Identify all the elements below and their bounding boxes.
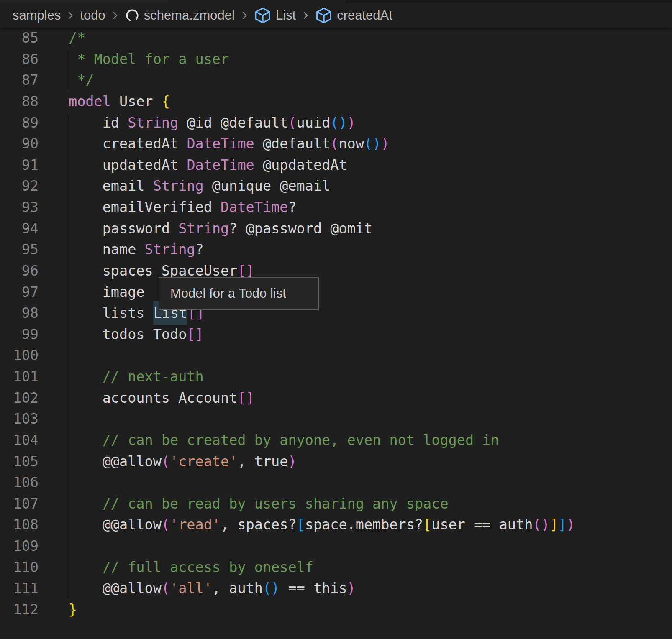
code-token: @id @default	[178, 115, 288, 131]
line-number[interactable]: 94	[0, 218, 38, 240]
line-number[interactable]: 93	[0, 197, 38, 218]
line-number[interactable]: 100	[0, 345, 38, 366]
breadcrumb-item-symbol-createdat[interactable]: createdAt	[315, 7, 392, 24]
line-number[interactable]: 110	[0, 557, 38, 578]
breadcrumb-label: samples	[13, 8, 61, 23]
code-line[interactable]: 98 lists List[]	[0, 303, 672, 324]
code-line[interactable]: 109	[0, 536, 672, 557]
code-token: accounts Account	[69, 390, 237, 406]
code-token: updatedAt	[69, 157, 187, 173]
code-text: @@allow('all', auth() == this)	[38, 578, 356, 599]
code-token: @@allow	[69, 580, 162, 596]
code-line[interactable]: 108 @@allow('read', spaces?[space.member…	[0, 514, 672, 536]
line-number[interactable]: 104	[0, 430, 38, 451]
code-token: DateTime	[187, 135, 254, 152]
code-line[interactable]: 111 @@allow('all', auth() == this)	[0, 578, 672, 599]
code-line[interactable]: 89 id String @id @default(uuid())	[0, 112, 672, 134]
code-text: */	[38, 70, 94, 91]
code-token: (	[288, 115, 296, 131]
code-line[interactable]: 93 emailVerified DateTime?	[0, 197, 672, 218]
code-token: (	[162, 580, 170, 596]
line-number[interactable]: 89	[0, 112, 38, 134]
code-line[interactable]: 107 // can be read by users sharing any …	[0, 493, 672, 515]
code-token: )	[339, 115, 347, 131]
indent-guide	[69, 49, 69, 91]
code-line[interactable]: 91 updatedAt DateTime @updatedAt	[0, 155, 672, 176]
code-token: password	[69, 220, 178, 237]
code-text: @@allow('create', true)	[38, 451, 297, 473]
code-token: (	[263, 580, 271, 596]
code-token: // next-auth	[69, 368, 204, 385]
code-token: lists	[69, 305, 153, 321]
line-number[interactable]: 109	[0, 536, 38, 557]
code-token: )	[372, 135, 381, 152]
code-line[interactable]: 105 @@allow('create', true)	[0, 451, 672, 473]
code-text: createdAt DateTime @default(now())	[38, 133, 389, 155]
line-number[interactable]: 106	[0, 472, 38, 493]
line-number[interactable]: 90	[0, 133, 38, 155]
line-number[interactable]: 86	[0, 49, 38, 70]
line-number[interactable]: 107	[0, 493, 38, 515]
code-line[interactable]: 88model User {	[0, 91, 672, 112]
code-token: , true	[237, 453, 288, 470]
code-line[interactable]: 95 name String?	[0, 239, 672, 261]
line-number[interactable]: 92	[0, 176, 38, 197]
code-line[interactable]: 112}	[0, 599, 672, 621]
line-number[interactable]: 111	[0, 578, 38, 599]
code-token: space.members?	[305, 516, 423, 533]
code-token: image	[69, 284, 145, 300]
code-token: String	[145, 241, 195, 258]
code-line[interactable]: 100	[0, 345, 672, 366]
code-line[interactable]: 85/*	[0, 28, 672, 49]
code-line[interactable]: 97 image	[0, 282, 672, 303]
code-line[interactable]: 102 accounts Account[]	[0, 388, 672, 409]
code-line[interactable]: 96 spaces SpaceUser[]	[0, 261, 672, 282]
line-number[interactable]: 87	[0, 70, 38, 91]
breadcrumb-item-samples[interactable]: samples	[13, 8, 61, 23]
code-line[interactable]: 110 // full access by oneself	[0, 557, 672, 578]
line-number[interactable]: 105	[0, 451, 38, 473]
code-line[interactable]: 106	[0, 472, 672, 493]
tab-edge-segment	[167, 0, 346, 3]
code-token: (	[330, 115, 339, 131]
code-line[interactable]: 101 // next-auth	[0, 366, 672, 388]
line-number[interactable]: 112	[0, 599, 38, 621]
indent-guide	[69, 112, 69, 600]
code-text: @@allow('read', spaces?[space.members?[u…	[38, 514, 575, 536]
code-line[interactable]: 104 // can be created by anyone, even no…	[0, 430, 672, 451]
chevron-right-icon	[239, 9, 250, 22]
line-number[interactable]: 96	[0, 261, 38, 282]
code-token: []	[187, 326, 203, 343]
code-editor[interactable]: 85/*86 * Model for a user87 */88model Us…	[0, 28, 672, 621]
line-number[interactable]: 91	[0, 155, 38, 176]
line-number[interactable]: 95	[0, 239, 38, 261]
code-line[interactable]: 87 */	[0, 70, 672, 91]
breadcrumb-item-todo[interactable]: todo	[80, 8, 105, 23]
code-text: updatedAt DateTime @updatedAt	[38, 155, 347, 176]
line-number[interactable]: 101	[0, 366, 38, 388]
tab-bar-bottom-edge	[0, 0, 672, 3]
line-number[interactable]: 88	[0, 91, 38, 112]
code-text: * Model for a user	[38, 49, 229, 70]
code-line[interactable]: 99 todos Todo[]	[0, 324, 672, 345]
line-number[interactable]: 102	[0, 388, 38, 409]
code-token: model	[69, 93, 111, 110]
code-line[interactable]: 90 createdAt DateTime @default(now())	[0, 133, 672, 155]
code-line[interactable]: 86 * Model for a user	[0, 49, 672, 70]
code-line[interactable]: 92 email String @unique @email	[0, 176, 672, 197]
breadcrumb-item-file[interactable]: schema.zmodel	[125, 8, 235, 23]
code-line[interactable]: 103	[0, 409, 672, 430]
code-line[interactable]: 94 password String? @password @omit	[0, 218, 672, 240]
line-number[interactable]: 97	[0, 282, 38, 303]
code-text: accounts Account[]	[38, 388, 254, 409]
line-number[interactable]: 98	[0, 303, 38, 324]
code-token: }	[69, 601, 77, 618]
line-number[interactable]: 85	[0, 28, 38, 49]
line-number[interactable]: 103	[0, 409, 38, 430]
code-text	[38, 536, 69, 557]
line-number[interactable]: 108	[0, 514, 38, 536]
code-token: @updatedAt	[254, 157, 347, 173]
line-number[interactable]: 99	[0, 324, 38, 345]
breadcrumb-item-symbol-list[interactable]: List	[254, 7, 296, 24]
breadcrumb: samples todo schema.zmodel List	[0, 3, 672, 28]
